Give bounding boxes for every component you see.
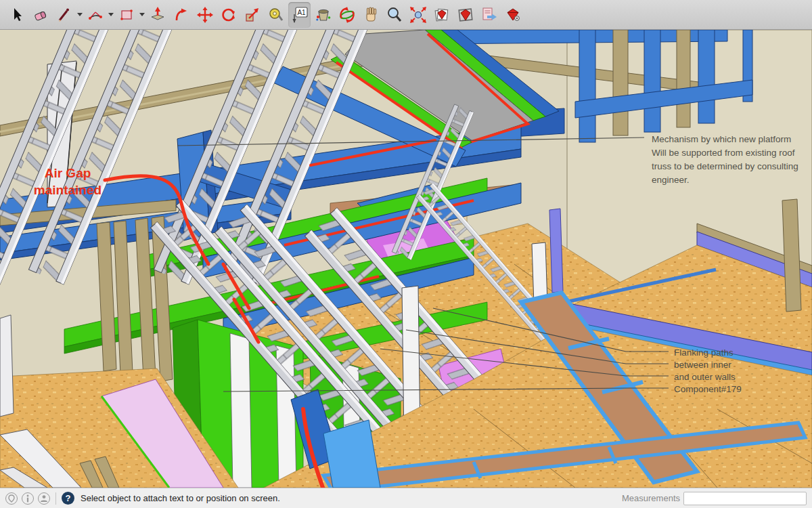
toolbar: A1 [0,0,812,30]
svg-text:A1: A1 [297,8,306,16]
person-icon [40,494,48,503]
eraser-tool-button[interactable] [29,2,51,28]
send-to-layout-button[interactable] [478,2,500,28]
question-mark-icon: ? [66,493,71,503]
air-gap-line2: maintained [20,182,115,198]
push-pull-tool-button[interactable] [146,2,168,28]
tape-measure-icon [267,6,285,24]
select-icon [9,7,25,23]
rotate-tool-button[interactable] [217,2,240,28]
air-gap-annotation[interactable]: Air Gap maintained [20,165,115,198]
model-viewport[interactable]: Air Gap maintained Mechanism by which ne… [0,30,812,488]
flanking-line: Flanking paths [674,347,803,359]
flanking-line: and outer walls [674,371,803,383]
air-gap-line1: Air Gap [20,165,115,182]
model-scene [0,30,812,488]
pan-tool-button[interactable] [359,2,382,28]
mechanism-line: Mechanism by which new platform [652,133,809,146]
pencil-icon [56,7,72,23]
gem-pages-icon [433,6,451,24]
move-tool-button[interactable] [194,2,216,28]
select-tool-button[interactable] [5,2,28,28]
plugin-gem-button[interactable] [501,2,524,28]
mechanism-line: truss to be determined by consulting [652,160,809,173]
gem-box-icon [457,6,474,24]
scale-icon [244,6,261,24]
rectangle-tool-button[interactable] [115,2,137,28]
tape-measure-tool-button[interactable] [265,2,287,28]
status-message: Select object to attach text to or posit… [81,493,622,503]
zoom-extents-icon [409,6,427,24]
eraser-icon [32,7,49,23]
pan-icon [362,6,380,24]
rotate-icon [220,6,238,24]
sign-in-button[interactable] [38,492,50,505]
text-tool-button[interactable]: A1 [288,2,311,28]
flanking-annotation[interactable]: Flanking paths between inner and outer w… [674,347,803,396]
export-page-icon [480,6,498,24]
follow-me-icon [173,6,190,24]
move-icon [196,6,214,24]
flanking-line: between inner [674,359,803,371]
measurements-input[interactable] [683,492,807,505]
zoom-tool-button[interactable] [383,2,405,28]
line-tool-dropdown[interactable] [76,2,83,28]
flanking-line: Component#179 [674,383,803,396]
orbit-icon [338,6,356,24]
orbit-tool-button[interactable] [336,2,358,28]
paint-bucket-tool-button[interactable] [312,2,334,28]
arc-icon [87,7,104,23]
help-button[interactable]: ? [62,492,74,505]
line-tool-button[interactable] [53,2,75,28]
scale-tool-button[interactable] [241,2,263,28]
mechanism-line: engineer. [652,173,809,187]
arc-tool-button[interactable] [84,2,106,28]
statusbar-divider [55,492,56,505]
mechanism-line: Will be supported from existing roof [652,146,809,160]
push-pull-icon [149,6,166,24]
gem-badge-icon [504,6,522,24]
plugin-box-button[interactable] [454,2,476,28]
follow-me-tool-button[interactable] [170,2,192,28]
plugin-pages-button[interactable] [430,2,453,28]
location-pin-icon [8,494,15,503]
zoom-icon [386,6,403,24]
arc-tool-dropdown[interactable] [108,2,114,28]
credits-button[interactable] [22,492,34,505]
mechanism-annotation[interactable]: Mechanism by which new platform Will be … [652,133,809,187]
measurements-label: Measurements [622,493,680,503]
info-icon [26,494,30,503]
geolocation-button[interactable] [5,492,18,505]
rectangle-icon [118,7,135,23]
zoom-extents-tool-button[interactable] [407,2,429,28]
periwinkle-stud[interactable] [549,209,563,293]
paint-bucket-icon [315,6,332,24]
rectangle-tool-dropdown[interactable] [139,2,145,28]
text-icon: A1 [290,5,309,25]
status-bar: ? Select object to attach text to or pos… [0,488,812,508]
